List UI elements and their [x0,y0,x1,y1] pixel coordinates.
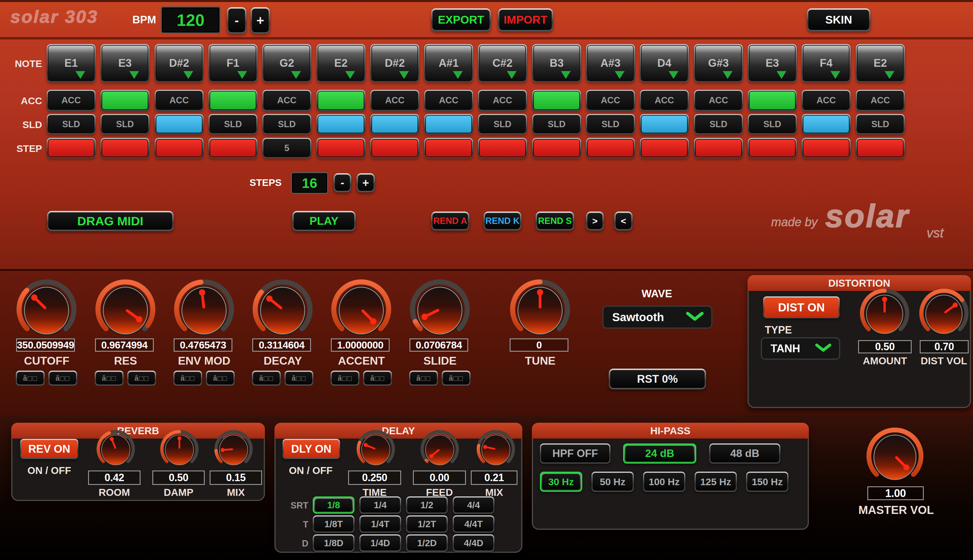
delay-mix-value[interactable]: 0.21 [471,470,517,485]
wave-dropdown[interactable]: Sawtooth [602,306,713,328]
sld-button-16[interactable]: SLD [856,114,905,134]
step-button-14[interactable] [748,138,797,158]
dist-amount-value[interactable]: 0.50 [858,340,912,353]
step-button-4[interactable] [209,138,257,158]
sld-button-12[interactable] [640,114,689,134]
note-button-1[interactable]: E1 [47,44,95,82]
accent-value[interactable]: 1.0000000 [331,338,390,352]
rend-a-button[interactable]: REND A [431,212,469,230]
hipass-50-hz[interactable]: 50 Hz [591,472,634,492]
master-vol-knob[interactable] [865,428,925,483]
pattern-prev-button[interactable]: < [614,212,633,230]
sld-button-7[interactable] [371,114,419,134]
hipass-150-hz[interactable]: 150 Hz [746,472,788,492]
acc-button-1[interactable]: ACC [47,90,95,111]
res-value[interactable]: 0.9674994 [95,338,154,352]
res-spinner-1[interactable]: â□□ [95,371,124,386]
env-mod-knob[interactable] [172,280,235,338]
acc-button-9[interactable]: ACC [478,90,527,111]
bpm-plus-button[interactable]: + [250,7,270,34]
step-button-13[interactable] [694,138,743,158]
delay-sync-1-2[interactable]: 1/2 [406,497,448,514]
acc-button-4[interactable] [209,90,257,111]
acc-button-11[interactable]: ACC [586,90,635,111]
acc-button-15[interactable]: ACC [802,90,851,111]
delay-feed-value[interactable]: 0.00 [413,470,466,485]
reverb-mix-value[interactable]: 0.15 [210,470,262,485]
slide-knob[interactable] [408,280,471,338]
acc-button-16[interactable]: ACC [856,90,905,111]
note-button-2[interactable]: E3 [100,44,149,82]
dly-on-button[interactable]: DLY ON [282,439,340,459]
hipass-100-hz[interactable]: 100 Hz [643,472,685,492]
acc-button-5[interactable]: ACC [262,90,311,111]
master-value[interactable]: 1.00 [867,486,924,500]
dist-amount-knob[interactable] [859,289,911,337]
env-mod-value[interactable]: 0.4765473 [174,338,232,352]
delay-sync-4-4d[interactable]: 4/4D [453,534,494,552]
sld-button-4[interactable]: SLD [209,114,257,134]
sld-button-13[interactable]: SLD [694,114,743,134]
hipass-125-hz[interactable]: 125 Hz [694,472,737,492]
note-button-7[interactable]: D#2 [371,44,419,82]
delay-sync-1-4[interactable]: 1/4 [359,497,401,514]
steps-plus-button[interactable]: + [357,173,375,192]
reverb-damp-value[interactable]: 0.50 [152,470,205,485]
sld-button-5[interactable]: SLD [262,114,311,134]
bpm-display[interactable]: 120 [161,6,220,34]
cutoff-spinner-1[interactable]: â□□ [16,371,45,386]
step-button-5[interactable]: 5 [262,138,311,158]
cutoff-spinner-2[interactable]: â□□ [48,371,77,386]
steps-display[interactable]: 16 [291,172,328,194]
note-button-12[interactable]: D4 [640,44,689,82]
delay-sync-4-4t[interactable]: 4/4T [453,515,494,533]
hipass-48-db[interactable]: 48 dB [709,443,780,463]
sld-button-11[interactable]: SLD [586,114,635,134]
res-spinner-2[interactable]: â□□ [127,371,156,386]
rst-button[interactable]: RST 0% [609,368,706,389]
dist-type-dropdown[interactable]: TANH [761,337,840,360]
delay-time-knob[interactable] [355,430,396,467]
decay-knob[interactable] [251,280,314,338]
step-button-2[interactable] [100,138,149,158]
sld-button-8[interactable] [424,114,473,134]
acc-button-6[interactable] [317,90,366,111]
accent-knob[interactable] [330,280,393,338]
acc-button-14[interactable] [748,90,797,111]
export-button[interactable]: EXPORT [431,8,491,32]
rev-on-button[interactable]: REV ON [20,439,78,459]
delay-feed-knob[interactable] [419,430,460,467]
step-button-12[interactable] [640,138,689,158]
env-mod-spinner-2[interactable]: â□□ [206,371,235,386]
step-button-11[interactable] [586,138,635,158]
hipass-30-hz[interactable]: 30 Hz [540,472,582,492]
cutoff-value[interactable]: 350.0509949 [16,338,75,352]
accent-spinner-1[interactable]: â□□ [330,371,359,386]
delay-sync-1-8d[interactable]: 1/8D [313,534,354,552]
delay-sync-1-2t[interactable]: 1/2T [406,515,448,533]
step-button-8[interactable] [424,138,473,158]
note-button-14[interactable]: E3 [748,44,797,82]
reverb-room-value[interactable]: 0.42 [88,470,140,485]
res-knob[interactable] [94,280,157,338]
tune-value[interactable]: 0 [510,338,568,352]
step-button-7[interactable] [371,138,419,158]
import-button[interactable]: IMPORT [498,8,553,32]
note-button-4[interactable]: F1 [209,44,257,82]
slide-spinner-2[interactable]: â□□ [442,371,471,386]
bpm-minus-button[interactable]: - [227,7,247,34]
decay-value[interactable]: 0.3114604 [252,338,311,352]
delay-time-value[interactable]: 0.250 [348,470,401,485]
reverb-mix-knob[interactable] [214,430,254,467]
acc-button-12[interactable]: ACC [640,90,689,111]
rend-s-button[interactable]: REND S [536,212,574,230]
note-button-16[interactable]: E2 [856,44,905,82]
step-button-3[interactable] [155,138,204,158]
delay-sync-1-2d[interactable]: 1/2D [406,534,448,552]
acc-button-10[interactable] [532,90,581,111]
decay-spinner-2[interactable]: â□□ [284,371,313,386]
acc-button-3[interactable]: ACC [155,90,204,111]
sld-button-15[interactable] [802,114,851,134]
note-button-10[interactable]: B3 [532,44,581,82]
pattern-next-button[interactable]: > [586,212,604,230]
